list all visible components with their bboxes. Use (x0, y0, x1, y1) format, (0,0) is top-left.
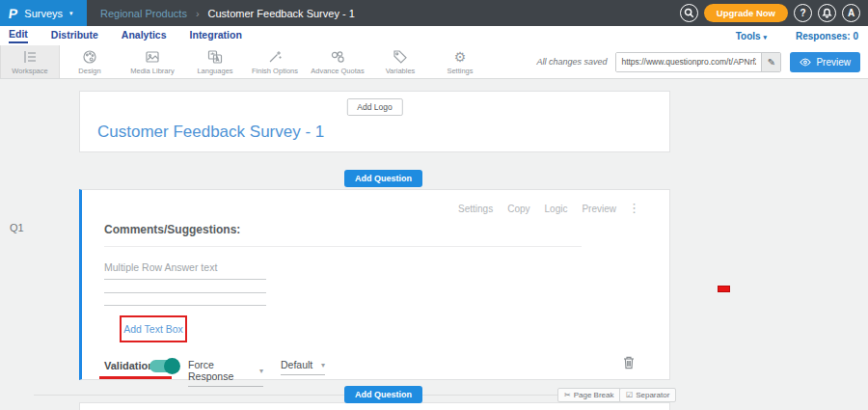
toolbar-item-finish-options[interactable]: Finish Options (245, 45, 305, 78)
notifications-button[interactable] (818, 4, 836, 22)
chevron-down-icon: ▾ (69, 10, 73, 17)
breadcrumb-parent[interactable]: Regional Products (100, 8, 187, 19)
eye-icon (800, 58, 811, 67)
surveys-menu-label: Surveys (24, 8, 63, 19)
edit-url-button[interactable]: ✎ (761, 52, 780, 72)
toolbar-item-advance-quotas[interactable]: Advance Quotas (305, 45, 370, 78)
survey-header-card: Add Logo Customer Feedback Survey - 1 (79, 91, 670, 152)
tag-icon (393, 49, 408, 65)
question-number: Q1 (10, 222, 24, 233)
toggle-knob (164, 358, 180, 374)
validation-toggle[interactable] (149, 360, 178, 372)
upgrade-now-button[interactable]: Upgrade Now (704, 4, 788, 22)
questionpro-logo-icon: P (8, 6, 19, 21)
gear-icon: ⚙ (454, 49, 467, 65)
survey-title[interactable]: Customer Feedback Survey - 1 (97, 123, 324, 142)
pencil-icon: ✎ (768, 57, 775, 68)
toolbar-item-workspace[interactable]: Workspace (0, 45, 60, 78)
responses-link[interactable]: Responses: 0 (796, 31, 858, 41)
breadcrumb: Regional Products › Customer Feedback Su… (100, 8, 355, 19)
top-header: P Surveys ▾ Regional Products › Customer… (0, 0, 868, 26)
question-actions: Settings Copy Logic Preview (458, 204, 616, 214)
survey-url-input[interactable] (616, 53, 761, 71)
tab-integration[interactable]: Integration (190, 29, 242, 42)
preview-button[interactable]: Preview (790, 52, 860, 72)
avatar[interactable]: A (842, 4, 860, 22)
force-response-dropdown[interactable]: Force Response ▾ (188, 359, 263, 387)
delete-question-button[interactable] (623, 356, 635, 372)
help-button[interactable]: ? (794, 4, 812, 22)
surveys-menu[interactable]: P Surveys ▾ (0, 0, 87, 26)
search-button[interactable] (680, 4, 698, 22)
answer-row-line[interactable] (104, 292, 266, 293)
add-logo-button[interactable]: Add Logo (346, 98, 402, 116)
design-palette-icon (82, 49, 97, 65)
editor-toolbar: Workspace Design Media Library Languages… (0, 45, 868, 79)
magic-wand-icon (267, 49, 283, 65)
toolbar-item-design[interactable]: Design (60, 45, 120, 78)
toolbar-right: All changes saved ✎ Preview (536, 45, 868, 78)
question-text-underline (104, 246, 582, 247)
media-image-icon (145, 49, 160, 65)
toolbar-item-settings[interactable]: ⚙ Settings (430, 45, 490, 78)
next-question-card-stub (79, 402, 670, 410)
add-text-box-link[interactable]: Add Text Box (123, 323, 183, 335)
toolbar-item-languages[interactable]: Languages (185, 45, 245, 78)
tools-menu[interactable]: Tools ▾ (736, 31, 767, 41)
chain-links-icon (330, 49, 345, 65)
chevron-down-icon: ▾ (763, 34, 767, 41)
toolbar-item-variables[interactable]: Variables (370, 45, 430, 78)
survey-url-field: ✎ (615, 52, 781, 72)
question-preview-link[interactable]: Preview (582, 204, 616, 214)
annotation-highlight-box: Add Text Box (120, 315, 187, 342)
nav-right: Tools ▾ Responses: 0 (736, 31, 868, 41)
toolbar-item-media-library[interactable]: Media Library (120, 45, 185, 78)
add-question-button-top[interactable]: Add Question (344, 170, 422, 187)
answer-row-line[interactable] (104, 305, 266, 306)
chevron-right-icon: › (196, 8, 200, 19)
checkbox-icon: ☑ (626, 391, 633, 399)
search-icon (684, 8, 694, 18)
question-card: Settings Copy Logic Preview ⋮ Comments/S… (79, 189, 670, 380)
tab-distribute[interactable]: Distribute (51, 29, 98, 42)
annotation-underline (99, 376, 172, 379)
save-status: All changes saved (536, 57, 607, 67)
chevron-down-icon: ▾ (321, 361, 325, 369)
bell-icon (822, 8, 832, 18)
answer-placeholder[interactable]: Multiple Row Answer text (104, 261, 217, 273)
kebab-menu-icon[interactable]: ⋮ (628, 201, 640, 215)
tab-edit[interactable]: Edit (9, 28, 28, 43)
tab-analytics[interactable]: Analytics (122, 29, 167, 42)
languages-icon (207, 49, 223, 65)
annotation-cursor-mark (718, 286, 730, 292)
trash-icon (623, 356, 635, 369)
breadcrumb-current: Customer Feedback Survey - 1 (208, 8, 355, 19)
main-nav: Edit Distribute Analytics Integration To… (0, 26, 868, 45)
question-copy-link[interactable]: Copy (507, 204, 529, 214)
workspace-icon (22, 49, 38, 65)
separator-button[interactable]: ☑ Separator (619, 388, 676, 402)
validation-label: Validation (104, 360, 154, 371)
question-text[interactable]: Comments/Suggestions: (104, 223, 240, 236)
header-actions: Upgrade Now ? A (680, 4, 868, 22)
add-question-button-bottom[interactable]: Add Question (344, 386, 422, 403)
default-option-dropdown[interactable]: Default ▾ (281, 359, 325, 375)
chevron-down-icon: ▾ (259, 367, 263, 375)
scissors-icon: ✂ (564, 391, 571, 399)
page-break-button[interactable]: ✂ Page Break (557, 388, 621, 402)
answer-row-line[interactable] (104, 279, 266, 280)
question-logic-link[interactable]: Logic (545, 204, 568, 214)
question-settings-link[interactable]: Settings (458, 204, 493, 214)
